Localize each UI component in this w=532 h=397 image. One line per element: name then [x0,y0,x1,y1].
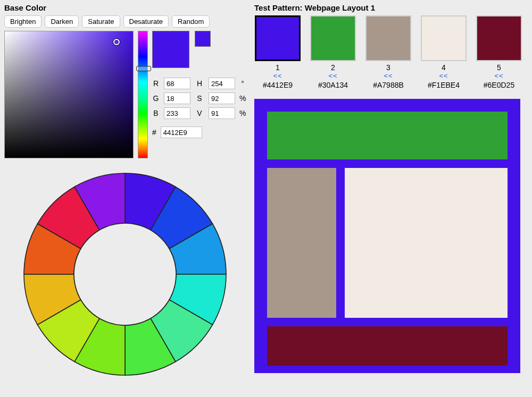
palette-slot-3: 3<<#A7988B [365,15,412,89]
palette-assign-icon[interactable]: << [439,72,448,80]
unit-deg: ° [239,79,246,88]
svg-point-0 [74,223,176,325]
input-b[interactable] [164,107,190,119]
palette-hex-label: #4412E9 [263,81,293,89]
palette-hex-label: #F1EBE4 [428,81,460,89]
test-pattern-title: Test Pattern: Webpage Layout 1 [254,3,528,12]
adjust-buttons-row: Brighten Darken Saturate Desaturate Rand… [4,15,246,28]
random-button[interactable]: Random [172,15,210,28]
palette-row: 1<<#4412E92<<#30A1343<<#A7988B4<<#F1EBE4… [254,15,528,89]
base-color-title: Base Color [4,3,246,12]
palette-swatch[interactable] [255,15,301,61]
unit-pct-s: % [239,94,246,103]
label-hash: # [152,128,156,137]
label-s: S [195,94,204,103]
input-v[interactable] [209,107,235,119]
palette-number: 1 [276,63,280,72]
label-v: V [195,109,204,117]
palette-assign-icon[interactable]: << [273,72,282,80]
palette-swatch[interactable] [310,15,356,61]
input-r[interactable] [164,78,190,89]
input-s[interactable] [209,92,235,104]
layout-preview [254,99,520,373]
hue-slider[interactable] [138,31,148,158]
input-g[interactable] [164,92,190,104]
saturate-button[interactable]: Saturate [82,15,120,28]
darken-button[interactable]: Darken [45,15,79,28]
palette-number: 3 [386,63,390,72]
palette-slot-4: 4<<#F1EBE4 [420,15,467,89]
palette-slot-5: 5<<#6E0D25 [476,15,522,89]
preview-main-block [345,168,508,318]
input-h[interactable] [209,78,235,89]
preview-footer-block [267,326,508,366]
label-h: H [195,79,204,88]
base-color-panel: Base Color Brighten Darken Saturate Desa… [0,0,250,397]
preview-sidebar-block [267,168,336,318]
palette-hex-label: #6E0D25 [484,81,514,89]
palette-hex-label: #30A134 [318,81,348,89]
brighten-button[interactable]: Brighten [4,15,41,28]
palette-swatch[interactable] [421,15,467,61]
label-b: B [152,109,160,117]
palette-assign-icon[interactable]: << [384,72,393,80]
unit-pct-v: % [239,109,246,117]
label-g: G [152,94,160,103]
swatch-and-values: R H ° G S % B V % # [152,31,246,158]
color-wheel-container [4,168,246,381]
color-wheel[interactable] [19,168,231,381]
palette-slot-1: 1<<#4412E9 [254,15,301,89]
label-r: R [152,79,160,88]
palette-number: 4 [442,63,446,72]
input-hex[interactable] [161,126,202,138]
previous-color-swatch [195,31,211,47]
palette-assign-icon[interactable]: << [494,72,503,80]
desaturate-button[interactable]: Desaturate [123,15,169,28]
test-pattern-panel: Test Pattern: Webpage Layout 1 1<<#4412E… [250,0,532,397]
current-color-swatch [152,31,189,68]
hue-handle-icon[interactable] [136,66,151,71]
palette-slot-2: 2<<#30A134 [310,15,356,89]
saturation-value-box[interactable] [4,31,134,158]
sv-cursor-icon[interactable] [113,39,120,45]
palette-swatch[interactable] [365,15,411,61]
palette-number: 2 [331,63,335,72]
color-picker-area: R H ° G S % B V % # [4,31,246,158]
palette-hex-label: #A7988B [373,81,404,89]
palette-number: 5 [497,63,501,72]
palette-assign-icon[interactable]: << [328,72,337,80]
preview-header-block [267,112,508,159]
palette-swatch[interactable] [476,15,522,61]
